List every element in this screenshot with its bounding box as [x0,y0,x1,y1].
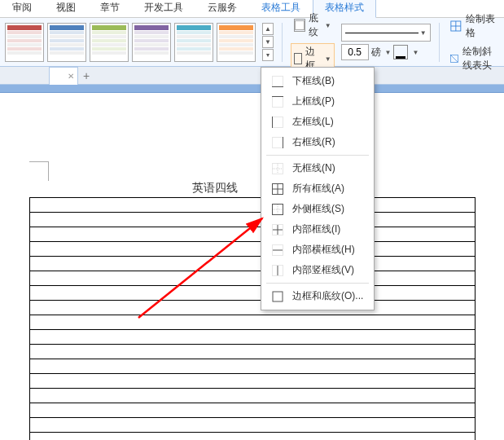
gallery-more-button[interactable]: ▾ [262,49,274,61]
line-preview [345,33,419,33]
shading-label: 底纹 [309,11,320,39]
ribbon: ▲ ▼ ▾ 底纹 ▼ 边框 ▼ ▼ 磅 ▼ ▼ 绘制表 [0,18,504,67]
menu-item-label: 所有框线(A) [292,182,344,196]
paint-bucket-icon [294,19,305,32]
menu-item-label: 下框线(B) [292,74,335,88]
border-menu-item-border-none[interactable]: 无框线(N) [261,158,374,178]
document-tab[interactable]: ✕ [49,67,78,85]
border-left-icon [271,116,284,129]
diagonal-icon [450,52,458,65]
menu-separator [266,155,369,156]
ribbon-tabs: 审阅 视图 章节 开发工具 云服务 表格工具 表格样式 [0,0,504,18]
draw-group: 绘制表格 绘制斜线表头 [447,12,499,73]
border-bottom-icon [271,75,284,88]
border-inside-icon [271,223,284,236]
english-lines-table[interactable] [29,197,476,440]
menu-item-label: 内部竖框线(V) [292,263,354,277]
menu-item-label: 左框线(L) [292,115,334,129]
page-margin-marker [29,161,49,181]
border-top-icon [271,95,284,108]
svg-rect-29 [273,292,283,301]
separator [282,23,283,62]
new-tab-button[interactable]: + [83,69,90,82]
chevron-down-icon[interactable]: ▼ [385,49,392,56]
menu-item-label: 内部横框线(H) [292,243,355,257]
border-menu-item-border-dialog[interactable]: 边框和底纹(O)... [261,286,374,306]
line-style-dropdown[interactable]: ▼ [341,24,431,42]
weight-unit: 磅 [371,46,381,59]
border-menu-item-border-all[interactable]: 所有框线(A) [261,178,374,199]
border-dropdown-menu: 下框线(B)上框线(P)左框线(L)右框线(R)无框线(N)所有框线(A)外侧框… [261,67,375,310]
document-area: 英语四线 [0,93,504,440]
svg-line-4 [451,55,458,62]
menu-item-label: 外侧框线(S) [292,202,344,216]
chevron-down-icon: ▼ [325,55,331,63]
menu-item-label: 右框线(R) [292,135,335,149]
table-style-teal[interactable] [174,23,213,62]
table-style-orange[interactable] [217,23,256,62]
table-style-red[interactable] [5,23,44,62]
gallery-scroll: ▲ ▼ ▾ [262,23,274,61]
gallery-down-button[interactable]: ▼ [262,36,274,48]
border-icon [294,53,303,64]
draw-table-button[interactable]: 绘制表格 [450,12,499,40]
svg-rect-5 [273,76,283,86]
tab-review[interactable]: 审阅 [0,0,44,17]
svg-rect-7 [273,96,283,107]
document-tab-bar: ✕ + [0,67,504,85]
tab-cloud[interactable]: 云服务 [195,0,249,17]
chevron-down-icon: ▼ [325,22,331,29]
pen-color-button[interactable] [393,45,408,59]
menu-item-label: 边框和底纹(O)... [292,289,363,303]
border-all-icon [271,183,284,196]
table-style-green[interactable] [90,23,129,62]
border-menu-item-border-bottom[interactable]: 下框线(B) [261,71,374,91]
chevron-down-icon: ▼ [420,29,427,37]
svg-rect-11 [273,137,283,147]
menu-item-label: 无框线(N) [292,161,335,175]
menu-separator [266,283,369,284]
draw-table-label: 绘制表格 [466,12,499,40]
line-weight-input[interactable] [341,44,369,60]
page-title: 英语四线 [192,181,238,196]
border-menu-item-border-inside-v[interactable]: 内部竖框线(V) [261,260,374,280]
border-dialog-icon [271,290,284,303]
draw-diagonal-label: 绘制斜线表头 [462,45,499,73]
shading-border-group: 底纹 ▼ 边框 ▼ [291,10,335,74]
border-inside-v-icon [271,264,284,277]
border-menu-item-border-left[interactable]: 左框线(L) [261,112,374,132]
ruler-band [0,85,504,93]
gallery-up-button[interactable]: ▲ [262,23,274,35]
draw-table-icon [450,20,462,33]
draw-diagonal-button[interactable]: 绘制斜线表头 [450,45,499,73]
separator [439,23,440,62]
chevron-down-icon[interactable]: ▼ [412,49,419,56]
border-menu-item-border-inside[interactable]: 内部框线(I) [261,219,374,240]
menu-item-label: 上框线(P) [292,95,335,108]
border-right-icon [271,136,284,149]
border-none-icon [271,162,284,175]
border-menu-item-border-right[interactable]: 右框线(R) [261,132,374,152]
shading-button[interactable]: 底纹 ▼ [291,10,335,41]
table-style-gallery [5,23,256,62]
table-style-purple[interactable] [132,23,171,62]
border-menu-item-border-outside[interactable]: 外侧框线(S) [261,199,374,219]
table-style-blue[interactable] [47,23,86,62]
tab-view[interactable]: 视图 [44,0,88,17]
line-style-group: ▼ 磅 ▼ ▼ [341,24,431,60]
menu-item-label: 内部框线(I) [292,222,340,236]
tab-devtools[interactable]: 开发工具 [132,0,195,17]
border-outside-icon [271,203,284,216]
border-menu-item-border-inside-h[interactable]: 内部横框线(H) [261,240,374,260]
close-icon[interactable]: ✕ [68,72,74,81]
tab-chapters[interactable]: 章节 [88,0,132,17]
border-inside-h-icon [271,244,284,257]
border-menu-item-border-top[interactable]: 上框线(P) [261,91,374,112]
svg-rect-9 [273,117,283,127]
